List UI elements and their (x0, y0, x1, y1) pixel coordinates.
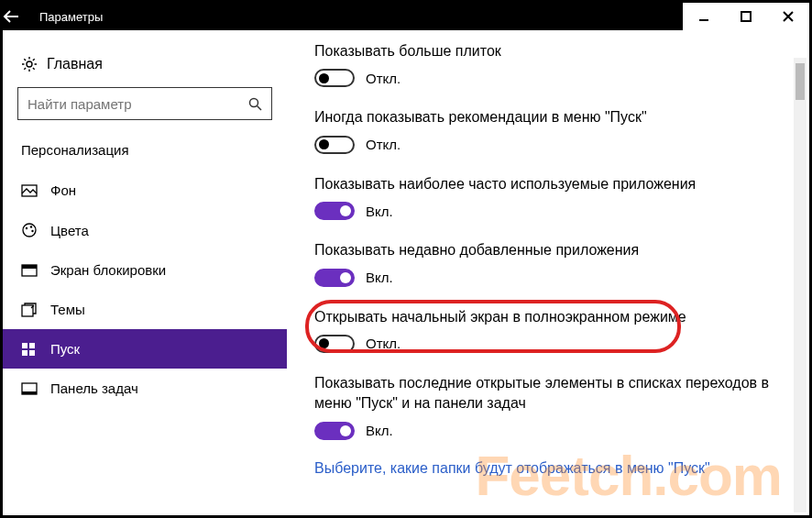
setting-label: Показывать последние открытые элементы в… (314, 373, 782, 414)
toggle-switch[interactable] (314, 202, 355, 220)
sidebar-item-start[interactable]: Пуск (3, 329, 287, 369)
window-controls (683, 3, 809, 30)
toggle-switch[interactable] (314, 422, 355, 440)
svg-rect-14 (29, 343, 35, 348)
setting-more-tiles: Показывать больше плиток Откл. (314, 41, 782, 87)
gear-icon (21, 56, 47, 72)
setting-suggestions: Иногда показывать рекомендации в меню "П… (314, 107, 782, 153)
toggle-state: Откл. (366, 336, 401, 351)
svg-rect-15 (22, 350, 27, 356)
choose-folders-link[interactable]: Выберите, какие папки будут отображаться… (314, 460, 782, 477)
svg-rect-12 (22, 305, 33, 316)
sidebar-item-taskbar[interactable]: Панель задач (3, 369, 287, 408)
toggle-state: Вкл. (366, 204, 393, 219)
setting-label: Показывать недавно добавленные приложени… (314, 240, 782, 260)
maximize-button[interactable] (725, 3, 767, 30)
setting-label: Открывать начальный экран в полноэкранно… (314, 307, 782, 327)
sidebar-item-label: Пуск (50, 341, 80, 357)
start-icon (21, 342, 50, 357)
toggle-state: Вкл. (366, 270, 393, 285)
palette-icon (21, 222, 50, 238)
close-button[interactable] (767, 3, 809, 30)
svg-line-4 (258, 105, 262, 110)
sidebar-item-label: Экран блокировки (50, 262, 166, 278)
setting-label: Показывать наиболее часто используемые п… (314, 174, 782, 194)
sidebar-item-themes[interactable]: Темы (3, 290, 287, 329)
sidebar: Главная Персонализация Фон Цвета Экран б… (3, 30, 287, 515)
setting-most-used: Показывать наиболее часто используемые п… (314, 174, 782, 220)
toggle-switch[interactable] (314, 69, 355, 87)
search-box[interactable] (17, 87, 272, 120)
toggle-state: Откл. (366, 137, 401, 152)
sidebar-item-background[interactable]: Фон (3, 171, 287, 210)
toggle-state: Откл. (366, 71, 401, 86)
setting-label: Показывать больше плиток (314, 41, 782, 61)
content-area: Главная Персонализация Фон Цвета Экран б… (3, 30, 809, 515)
sidebar-item-colors[interactable]: Цвета (3, 210, 287, 250)
sidebar-home-label: Главная (47, 56, 103, 72)
toggle-state: Вкл. (366, 423, 393, 438)
lockscreen-icon (21, 264, 50, 277)
setting-label: Иногда показывать рекомендации в меню "П… (314, 107, 782, 127)
sidebar-item-label: Цвета (50, 223, 89, 238)
svg-rect-18 (22, 391, 37, 394)
svg-point-3 (250, 98, 258, 106)
toggle-switch[interactable] (314, 335, 355, 353)
sidebar-item-label: Темы (50, 302, 85, 317)
svg-rect-16 (29, 350, 35, 356)
svg-rect-11 (22, 265, 37, 269)
search-input[interactable] (27, 96, 248, 112)
scrollbar-thumb[interactable] (796, 63, 805, 100)
svg-rect-0 (699, 19, 708, 21)
setting-fullscreen-start: Открывать начальный экран в полноэкранно… (314, 307, 782, 353)
sidebar-item-label: Фон (50, 182, 76, 198)
toggle-switch[interactable] (314, 269, 355, 287)
sidebar-category: Персонализация (3, 137, 287, 171)
titlebar: Параметры (3, 3, 809, 30)
sidebar-item-label: Панель задач (50, 380, 138, 396)
scrollbar[interactable] (794, 58, 807, 512)
window-title: Параметры (39, 10, 103, 24)
search-icon (248, 97, 262, 111)
svg-point-9 (31, 230, 33, 232)
themes-icon (21, 303, 50, 317)
svg-point-6 (23, 224, 36, 237)
taskbar-icon (21, 382, 50, 395)
svg-point-2 (27, 61, 32, 67)
sidebar-home[interactable]: Главная (3, 49, 287, 87)
setting-jumplists: Показывать последние открытые элементы в… (314, 373, 782, 440)
toggle-switch[interactable] (314, 136, 355, 154)
sidebar-item-lockscreen[interactable]: Экран блокировки (3, 250, 287, 290)
svg-rect-13 (22, 343, 27, 348)
minimize-button[interactable] (683, 3, 725, 30)
back-button[interactable] (3, 10, 39, 23)
svg-rect-1 (741, 12, 751, 21)
settings-window: Параметры Главная Персонализация (0, 0, 812, 518)
svg-point-7 (26, 227, 27, 229)
main-panel: Показывать больше плиток Откл. Иногда по… (287, 30, 809, 515)
setting-recently-added: Показывать недавно добавленные приложени… (314, 240, 782, 286)
svg-point-8 (30, 226, 32, 227)
picture-icon (21, 184, 50, 197)
